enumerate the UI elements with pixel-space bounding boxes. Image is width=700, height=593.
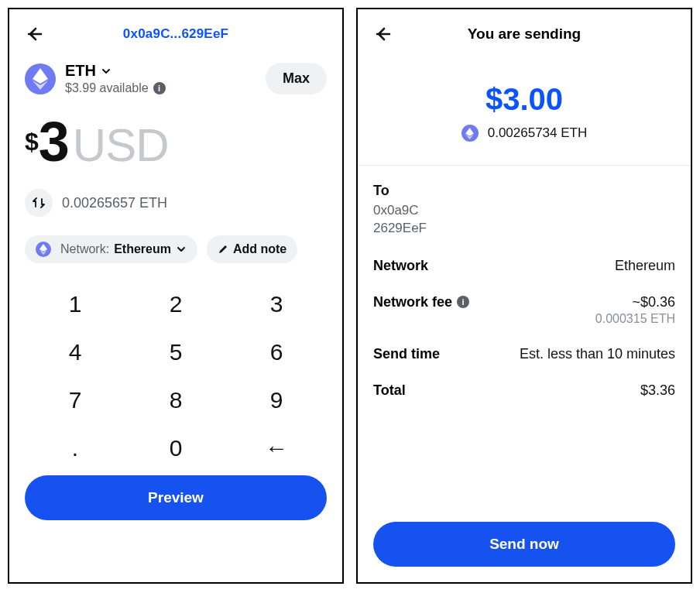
keypad-backspace[interactable]: ← bbox=[226, 424, 327, 472]
converted-amount: 0.00265657 ETH bbox=[62, 195, 167, 211]
to-section: To 0x0a9C 2629EeF bbox=[373, 183, 675, 238]
send-confirm-screen: You are sending $3.00 0.00265734 ETH To … bbox=[356, 8, 692, 584]
network-value: Ethereum bbox=[114, 242, 171, 256]
keypad-3[interactable]: 3 bbox=[226, 280, 327, 328]
max-button[interactable]: Max bbox=[266, 63, 327, 94]
header-title: You are sending bbox=[392, 26, 657, 43]
amount-display: $ 3 USD bbox=[25, 114, 327, 172]
send-amount-eth-row: 0.00265734 ETH bbox=[373, 125, 675, 142]
chevron-down-icon bbox=[176, 244, 187, 255]
preview-button[interactable]: Preview bbox=[25, 475, 327, 520]
network-label: Network: bbox=[60, 242, 109, 256]
header: 0x0a9C...629EeF bbox=[25, 23, 327, 45]
to-label: To bbox=[373, 183, 675, 199]
keypad-0[interactable]: 0 bbox=[125, 424, 226, 472]
network-row: Network Ethereum bbox=[373, 258, 675, 274]
network-fee-row: Network fee i ~$0.36 0.000315 ETH bbox=[373, 294, 675, 326]
info-icon[interactable]: i bbox=[457, 296, 469, 308]
pill-row: Network: Ethereum Add note bbox=[25, 235, 327, 263]
network-fee-label: Network fee bbox=[373, 294, 452, 310]
network-value: Ethereum bbox=[615, 258, 675, 274]
asset-row: ETH $3.99 available i Max bbox=[25, 62, 327, 95]
eth-icon bbox=[462, 125, 479, 142]
numeric-keypad: 1 2 3 4 5 6 7 8 9 . 0 ← bbox=[25, 280, 327, 472]
send-time-row: Send time Est. less than 10 minutes bbox=[373, 346, 675, 362]
asset-info[interactable]: ETH $3.99 available i bbox=[65, 62, 266, 95]
info-icon[interactable]: i bbox=[153, 82, 166, 94]
keypad-4[interactable]: 4 bbox=[25, 328, 125, 376]
add-note-label: Add note bbox=[233, 242, 287, 256]
send-time-value: Est. less than 10 minutes bbox=[520, 346, 675, 362]
keypad-8[interactable]: 8 bbox=[125, 376, 226, 424]
network-selector[interactable]: Network: Ethereum bbox=[25, 235, 197, 263]
network-fee-eth: 0.000315 ETH bbox=[595, 312, 675, 326]
header: You are sending bbox=[373, 23, 675, 45]
network-fee-usd: ~$0.36 bbox=[595, 294, 675, 310]
conversion-row: 0.00265657 ETH bbox=[25, 189, 327, 217]
keypad-decimal[interactable]: . bbox=[25, 424, 125, 472]
keypad-7[interactable]: 7 bbox=[25, 376, 125, 424]
total-value: $3.36 bbox=[640, 382, 675, 399]
available-balance: $3.99 available bbox=[65, 81, 149, 95]
keypad-2[interactable]: 2 bbox=[125, 280, 226, 328]
arrow-left-icon bbox=[25, 25, 43, 43]
eth-icon bbox=[25, 63, 56, 94]
send-time-label: Send time bbox=[373, 346, 440, 362]
amount-value: 3 bbox=[39, 114, 68, 170]
chevron-down-icon bbox=[101, 66, 112, 77]
keypad-5[interactable]: 5 bbox=[125, 328, 226, 376]
swap-currency-button[interactable] bbox=[25, 189, 53, 217]
total-label: Total bbox=[373, 382, 406, 399]
send-now-button[interactable]: Send now bbox=[373, 522, 675, 567]
send-amount-eth: 0.00265734 ETH bbox=[488, 125, 588, 141]
keypad-1[interactable]: 1 bbox=[25, 280, 125, 328]
amount-prefix: $ bbox=[25, 129, 39, 154]
to-address-line2: 2629EeF bbox=[373, 220, 675, 238]
asset-symbol: ETH bbox=[65, 62, 96, 80]
amount-currency: USD bbox=[73, 118, 169, 172]
keypad-6[interactable]: 6 bbox=[226, 328, 327, 376]
add-note-button[interactable]: Add note bbox=[207, 235, 297, 263]
swap-icon bbox=[32, 196, 46, 210]
eth-icon bbox=[36, 242, 51, 257]
back-button[interactable] bbox=[25, 25, 43, 43]
send-entry-screen: 0x0a9C...629EeF ETH $3.99 available i Ma… bbox=[8, 8, 344, 584]
back-button[interactable] bbox=[373, 25, 392, 43]
to-address-line1: 0x0a9C bbox=[373, 202, 675, 220]
keypad-9[interactable]: 9 bbox=[226, 376, 327, 424]
total-row: Total $3.36 bbox=[373, 382, 675, 399]
pencil-icon bbox=[218, 244, 228, 255]
recipient-address-short[interactable]: 0x0a9C...629EeF bbox=[43, 26, 308, 42]
arrow-left-icon bbox=[373, 25, 392, 43]
network-label: Network bbox=[373, 258, 428, 274]
divider bbox=[358, 165, 691, 166]
send-amount-usd: $3.00 bbox=[373, 82, 675, 117]
